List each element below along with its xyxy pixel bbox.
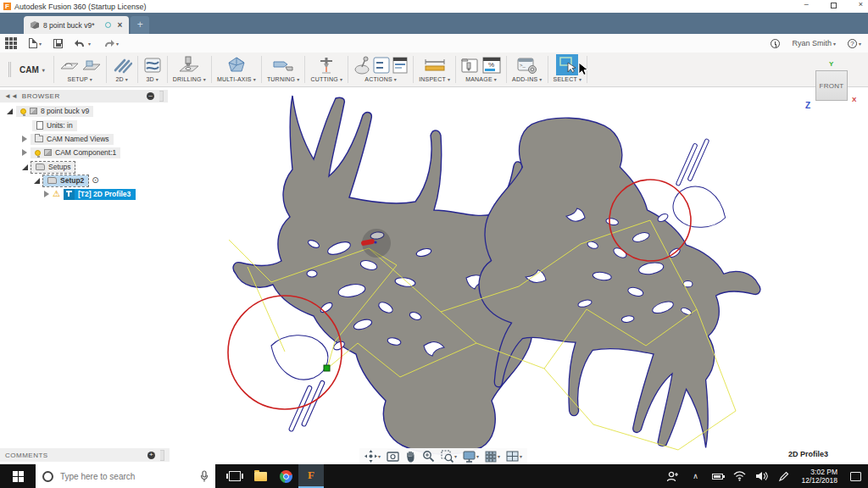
search-input[interactable] [60, 472, 193, 481]
display-settings-button[interactable]: ▾ [463, 451, 479, 463]
chrome-button[interactable] [273, 464, 298, 488]
display-monitor-icon [463, 451, 476, 463]
redo-icon [103, 38, 114, 48]
tree-item-setup2[interactable]: Setup2 ⊙ [34, 175, 99, 186]
help-button[interactable]: ?▾ [848, 39, 861, 48]
orbit-button[interactable]: ▾ [364, 450, 381, 463]
visibility-bulb-icon[interactable] [35, 150, 41, 156]
grid-layout-button[interactable]: ▾ [485, 451, 500, 463]
3d-milling-icon [143, 57, 162, 74]
select-tool-active-tile[interactable] [556, 54, 578, 75]
ribbon-group-setup[interactable]: SETUP▾ [54, 53, 106, 86]
tray-overflow-button[interactable]: ∧ [686, 464, 704, 488]
document-tab[interactable]: 8 point buck v9* × [24, 16, 129, 34]
close-button[interactable]: × [859, 0, 863, 8]
volume-button[interactable] [752, 464, 771, 488]
add-comment-icon[interactable]: + [147, 452, 155, 459]
file-menu-button[interactable]: ▾ [29, 38, 42, 48]
tree-item-units[interactable]: Units: in [32, 119, 77, 131]
action-center-button[interactable] [846, 464, 865, 488]
pan-button[interactable] [405, 451, 416, 463]
start-button[interactable] [0, 464, 36, 488]
fusion-app-icon: F [3, 3, 11, 10]
cutting-icon [318, 56, 335, 75]
people-button[interactable] [664, 464, 682, 488]
fusion-360-button[interactable]: F [298, 464, 324, 488]
zoom-window-button[interactable]: ▾ [441, 450, 457, 463]
job-status-icon[interactable] [771, 39, 780, 48]
microphone-icon[interactable] [200, 470, 209, 482]
browser-minimize-icon[interactable]: – [147, 92, 154, 100]
wifi-button[interactable] [730, 464, 748, 488]
ribbon-group-addins[interactable]: >_ ADD-INS▾ [507, 53, 547, 86]
ribbon-group-multiaxis[interactable]: MULTI-AXIS▾ [212, 53, 261, 86]
zoom-button[interactable] [422, 450, 435, 463]
battery-button[interactable] [708, 464, 726, 488]
expanded-arrow-icon[interactable] [34, 178, 40, 184]
group-label-manage: MANAGE [465, 76, 492, 82]
group-label-multiaxis: MULTI-AXIS [217, 76, 252, 82]
ribbon-group-2d[interactable]: 2D▾ [107, 53, 137, 86]
group-label-cutting: CUTTING [310, 76, 338, 82]
visibility-bulb-icon[interactable] [20, 108, 26, 114]
ribbon-group-drilling[interactable]: DRILLING▾ [168, 53, 211, 86]
user-account-button[interactable]: Ryan Smith▾ [792, 39, 836, 47]
task-view-button[interactable] [222, 464, 248, 488]
save-button[interactable] [53, 39, 63, 48]
panel-edge-handle[interactable] [159, 91, 164, 102]
expanded-arrow-icon[interactable] [22, 164, 28, 170]
windows-taskbar: F ∧ 3:02 PM 12/12/2018 [0, 464, 868, 488]
component-icon [44, 149, 52, 156]
collapsed-arrow-icon[interactable] [22, 149, 27, 156]
axis-x-label: X [852, 96, 856, 103]
clock-date: 12/12/2018 [801, 476, 837, 485]
toolbar-grip-handle[interactable] [8, 62, 11, 77]
tab-close-icon[interactable]: × [117, 20, 122, 30]
file-explorer-button[interactable] [248, 464, 273, 488]
stock-setup-icon [82, 57, 101, 74]
taskbar-clock[interactable]: 3:02 PM 12/12/2018 [796, 468, 843, 485]
expanded-arrow-icon[interactable] [7, 108, 13, 114]
redo-button[interactable]: ▾ [103, 38, 119, 48]
ribbon-group-cutting[interactable]: CUTTING▾ [305, 53, 348, 86]
collapsed-arrow-icon[interactable] [44, 191, 49, 197]
tree-item-setups[interactable]: Setups [22, 161, 75, 173]
pen-settings-button[interactable] [774, 464, 793, 488]
collapsed-arrow-icon[interactable] [22, 136, 27, 142]
collapse-arrows-icon[interactable]: ◄◄ [4, 92, 18, 100]
ribbon-group-3d[interactable]: 3D▾ [138, 53, 167, 86]
restore-button[interactable] [831, 3, 837, 8]
viewports-button[interactable]: ▾ [506, 451, 522, 462]
setups-icon [36, 164, 45, 170]
workspace-selector[interactable]: CAM▾ [16, 53, 53, 86]
minimize-button[interactable]: – [804, 0, 809, 8]
viewcube[interactable]: Y FRONT X Z [807, 64, 860, 111]
tree-item-root[interactable]: 8 point buck v9 [7, 105, 93, 117]
mouse-cursor [577, 62, 589, 77]
panel-edge-handle[interactable] [160, 450, 164, 461]
ribbon-group-turning[interactable]: TURNING▾ [262, 53, 305, 86]
tree-item-operation[interactable]: ⚠ [T2] 2D Profile3 [44, 188, 136, 200]
window-title-bar: F Autodesk Fusion 360 (Startup License) … [0, 0, 868, 13]
comments-bar[interactable]: COMMENTS + [0, 448, 170, 462]
ribbon-group-inspect[interactable]: INSPECT▾ [414, 53, 455, 86]
tree-item-named-views[interactable]: CAM Named Views [22, 133, 114, 145]
tree-item-cam-component[interactable]: CAM Component:1 [22, 147, 120, 158]
browser-header[interactable]: ◄◄ BROWSER – [0, 90, 168, 103]
active-setup-icon[interactable]: ⊙ [92, 176, 98, 185]
comments-label: COMMENTS [5, 452, 143, 459]
taskbar-search[interactable] [36, 464, 215, 488]
multi-axis-icon [226, 56, 247, 75]
viewcube-front-face[interactable]: FRONT [815, 70, 848, 101]
document-tab-label: 8 point buck v9* [43, 21, 94, 30]
machining-time-icon: % [482, 56, 501, 75]
undo-button[interactable]: ▾ [75, 38, 91, 48]
ribbon-group-actions[interactable]: ACTIONS▾ [348, 53, 413, 86]
ribbon-group-manage[interactable]: % MANAGE▾ [456, 53, 506, 86]
people-icon [666, 471, 680, 482]
modeling-canvas[interactable]: ◄◄ BROWSER – 8 point buck v9 Units: in C… [0, 87, 868, 464]
data-panel-toggle-button[interactable] [5, 37, 17, 49]
pan-hand-icon [405, 451, 416, 463]
look-at-button[interactable] [387, 451, 399, 462]
new-tab-button[interactable]: + [131, 16, 149, 34]
